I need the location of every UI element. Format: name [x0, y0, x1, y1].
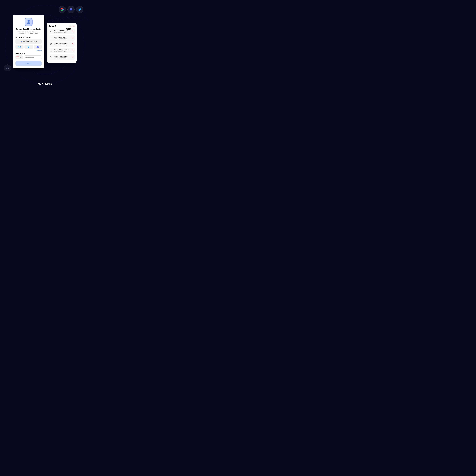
device-delete-button[interactable]: [72, 56, 74, 58]
device-date: Created: DD/MM/YYY HH:MM: [54, 44, 71, 46]
view-more-link[interactable]: View more: [16, 50, 42, 51]
device-panel-title: Device(s): [49, 25, 56, 27]
avatar-icon: [25, 18, 33, 26]
device-delete-button[interactable]: [72, 43, 74, 45]
device-date: Created: DD/MM/YYY HH:MM: [54, 32, 71, 33]
main-content: × Set up a Social Recovery Factor Use a …: [13, 15, 77, 68]
facebook-icon: [18, 46, 21, 48]
trash-icon: [72, 31, 74, 32]
phone-input[interactable]: [24, 55, 42, 59]
social-buttons-row: [16, 45, 42, 49]
country-selector[interactable]: ✦✦✦ +65 ▾: [16, 55, 23, 59]
device-panel: Device(s) Delete all Current Chrome 124.…: [47, 23, 77, 63]
device-type-icon: [50, 30, 53, 33]
phone-row: ✦✦✦ +65 ▾: [16, 55, 42, 59]
web3auth-logo-icon: [37, 83, 41, 85]
device-info: Safari V16.1 (iPhone) Created: DD/MM/YYY…: [54, 37, 71, 39]
device-date: Created: DD/MM/YYY HH:MM: [54, 51, 71, 52]
device-date: Created: DD/MM/YYY HH:MM: [54, 57, 71, 58]
country-code: +65: [19, 56, 21, 58]
device-date: Created: DD/MM/YYY HH:MM: [54, 38, 71, 39]
google-logo-icon: [20, 41, 22, 42]
device-delete-button[interactable]: [72, 31, 74, 33]
device-item: Current Chrome 124.0.0.0 (macOS) Created…: [49, 29, 75, 34]
device-type-icon: [50, 36, 53, 39]
device-type-icon: [50, 43, 53, 46]
floating-discord-icon: [68, 6, 75, 13]
floating-google-icon: [59, 6, 66, 13]
svg-point-11: [85, 11, 89, 20]
device-type-icon: [50, 55, 53, 58]
avatar-body: [27, 22, 30, 24]
chevron-down-icon: ▾: [22, 57, 22, 58]
svg-rect-30: [51, 56, 52, 57]
confirm-button[interactable]: Confirm: [16, 61, 42, 66]
svg-rect-12: [6, 68, 9, 69]
current-badge: Current: [66, 28, 71, 30]
discord-icon: [36, 46, 39, 48]
device-delete-button[interactable]: [72, 50, 74, 51]
svg-text:✦✦✦: ✦✦✦: [17, 57, 18, 57]
trash-icon: [72, 37, 74, 38]
avatar-figure: [27, 20, 30, 24]
device-name: Chrome 124.0.0.0 (macOS): [54, 30, 71, 32]
device-type-icon: [50, 49, 53, 52]
trash-icon: [72, 50, 74, 51]
singapore-flag-icon: ✦✦✦: [17, 56, 19, 58]
modal-subtitle: Use a different social account as backup…: [16, 31, 42, 34]
delete-all-button[interactable]: Delete all: [70, 25, 75, 27]
device-info: Chrome V114.0.0 (Linux) Created: DD/MM/Y…: [54, 56, 71, 58]
device-delete-button[interactable]: [72, 37, 74, 39]
device-info: Chrome V114.0.0 (Android) Created: DD/MM…: [54, 49, 71, 52]
device-name: Chrome V114.0.0 (Linux): [54, 43, 71, 45]
device-item: Chrome V114.0.0 (Android) Created: DD/MM…: [49, 48, 75, 53]
social-recovery-modal: × Set up a Social Recovery Factor Use a …: [13, 15, 44, 68]
footer: web3auth: [37, 83, 52, 85]
device-info: Chrome 124.0.0.0 (macOS) Created: DD/MM/…: [54, 30, 71, 33]
avatar-head: [27, 20, 30, 22]
floating-social-icons: [59, 6, 83, 13]
left-lock-decoration: [4, 65, 11, 71]
help-icon[interactable]: ?: [30, 36, 32, 38]
device-name: Safari V16.1 (iPhone): [54, 37, 71, 38]
svg-rect-25: [51, 43, 52, 45]
floating-twitter-icon: [76, 6, 83, 13]
device-info: Chrome V114.0.0 (Linux) Created: DD/MM/Y…: [54, 43, 71, 46]
modal-title: Set up a Social Recovery Factor: [16, 28, 42, 30]
svg-rect-28: [51, 50, 52, 51]
device-panel-header: Device(s) Delete all: [49, 25, 75, 27]
svg-rect-23: [51, 37, 52, 39]
twitter-button[interactable]: [24, 45, 33, 49]
phone-section-label: Phone Number: [16, 53, 42, 54]
trash-icon: [72, 43, 74, 45]
facebook-button[interactable]: [16, 45, 23, 49]
close-button[interactable]: ×: [40, 17, 43, 19]
device-item: Chrome V114.0.0 (Linux) Created: DD/MM/Y…: [49, 54, 75, 60]
device-list: Current Chrome 124.0.0.0 (macOS) Created…: [49, 29, 75, 60]
google-button-label: Continue with Google: [23, 41, 37, 42]
device-item: Chrome V114.0.0 (Linux) Created: DD/MM/Y…: [49, 41, 75, 47]
discord-button[interactable]: [34, 45, 42, 49]
google-continue-button[interactable]: Continue with Google: [16, 39, 42, 44]
device-name: Chrome V114.0.0 (Linux): [54, 56, 71, 57]
brand-name: web3auth: [42, 83, 52, 85]
device-item: Safari V16.1 (iPhone) Created: DD/MM/YYY…: [49, 35, 75, 41]
device-name: Chrome V114.0.0 (Android): [54, 49, 71, 51]
twitter-icon: [27, 46, 30, 48]
backup-section-label: Backup Social Account ?: [16, 36, 42, 38]
svg-rect-20: [51, 31, 52, 32]
trash-icon: [72, 56, 74, 57]
